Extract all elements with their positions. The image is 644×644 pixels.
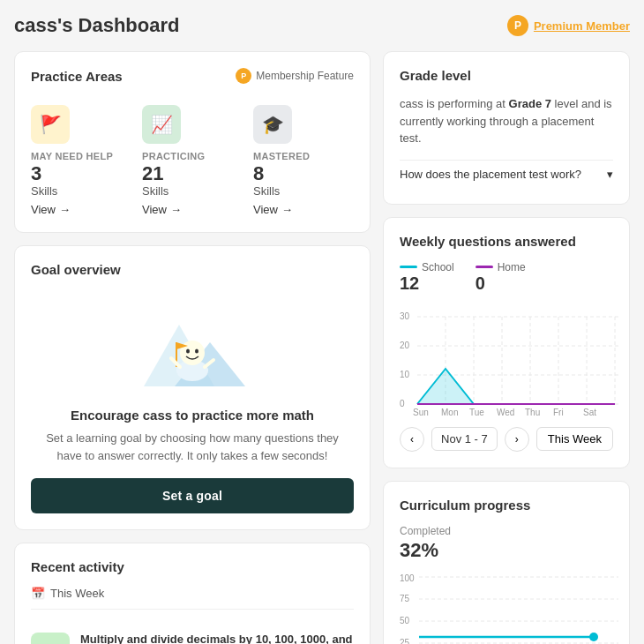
recent-activity-card: Recent activity 📅 This Week 100% Multipl… (14, 543, 371, 644)
practice-grid: 🚩 MAY NEED HELP 3 Skills View → 📈 PRACTI… (31, 105, 354, 216)
weekly-next-button[interactable]: › (505, 427, 529, 452)
premium-icon: P (507, 15, 528, 36)
activity-item-1: 100% Multiply and divide decimals by 10,… (31, 622, 354, 644)
mastered-unit: Skills (253, 184, 354, 198)
svg-text:100: 100 (400, 573, 415, 583)
practice-item-mastered: 🎓 MASTERED 8 Skills View → (253, 105, 354, 216)
svg-text:30: 30 (400, 311, 410, 321)
practicing-view-link[interactable]: View → (142, 203, 243, 216)
svg-marker-25 (417, 369, 615, 404)
weekly-chart-svg: 0 10 20 30 (400, 303, 618, 417)
practicing-icon-box: 📈 (142, 105, 181, 144)
mastered-count: 8 (253, 163, 354, 184)
grade-description: cass is performing at Grade 7 level and … (400, 95, 613, 147)
home-count: 0 (476, 273, 526, 294)
completed-pct: 32% (400, 539, 613, 562)
svg-point-4 (186, 349, 190, 354)
left-column: Practice Areas P Membership Feature 🚩 MA… (14, 51, 371, 644)
page-title: cass's Dashboard (14, 14, 179, 37)
activity-1-title: Multiply and divide decimals by 10, 100,… (80, 633, 354, 644)
character-svg (131, 298, 254, 395)
weekly-date-range: Nov 1 - 7 (431, 427, 498, 451)
help-icon-box: 🚩 (31, 105, 70, 144)
svg-text:50: 50 (400, 616, 410, 625)
placement-accordion[interactable]: How does the placement test work? ▾ (400, 160, 613, 188)
school-legend: School (400, 261, 454, 273)
weekly-questions-title: Weekly questions answered (400, 234, 613, 249)
premium-member-link[interactable]: P Premium Member (507, 15, 630, 36)
weekly-prev-button[interactable]: ‹ (400, 427, 424, 452)
recent-activity-title: Recent activity (31, 559, 354, 574)
curriculum-progress-title: Curriculum progress (400, 498, 613, 513)
curriculum-chart: 0 25 50 75 100 Oct (400, 573, 613, 645)
svg-text:Tue: Tue (469, 408, 484, 417)
svg-point-5 (195, 349, 198, 354)
goal-content: Encourage cass to practice more math Set… (31, 289, 354, 513)
goal-illustration (131, 298, 254, 395)
help-unit: Skills (31, 184, 131, 198)
svg-text:Sun: Sun (413, 408, 429, 417)
membership-tag-label: Membership Feature (256, 70, 354, 82)
graduation-icon: 🎓 (262, 114, 284, 135)
activity-1-badge: 100% (31, 633, 70, 644)
accordion-label: How does the placement test work? (400, 168, 581, 181)
mastered-label: MASTERED (253, 151, 354, 161)
svg-text:Mon: Mon (441, 408, 458, 417)
main-layout: Practice Areas P Membership Feature 🚩 MA… (14, 51, 630, 644)
practicing-count: 21 (142, 163, 243, 184)
goal-heading: Encourage cass to practice more math (71, 408, 314, 423)
practice-areas-title: Practice Areas (31, 69, 123, 84)
activity-1-details: Multiply and divide decimals by 10, 100,… (80, 633, 354, 644)
school-legend-dot (400, 266, 417, 268)
practicing-unit: Skills (142, 184, 243, 198)
practice-areas-card: Practice Areas P Membership Feature 🚩 MA… (14, 51, 371, 233)
svg-text:Fri: Fri (553, 408, 564, 417)
flag-icon: 🚩 (40, 114, 62, 135)
svg-text:25: 25 (400, 638, 410, 645)
membership-tag: P Membership Feature (236, 68, 354, 84)
practice-item-practicing: 📈 PRACTICING 21 Skills View → (142, 105, 243, 216)
curriculum-chart-svg: 0 25 50 75 100 Oct (400, 573, 618, 645)
goal-overview-card: Goal overview (14, 245, 371, 530)
page-header: cass's Dashboard P Premium Member (14, 14, 630, 37)
svg-text:Wed: Wed (497, 408, 514, 417)
premium-label: Premium Member (534, 19, 630, 33)
chart-icon: 📈 (151, 114, 173, 135)
home-legend-dot (476, 266, 493, 268)
help-view-link[interactable]: View → (31, 203, 131, 216)
right-column: Grade level cass is performing at Grade … (383, 51, 630, 644)
grade-level-title: Grade level (400, 68, 613, 83)
chevron-down-icon: ▾ (607, 168, 613, 181)
curriculum-progress-card: Curriculum progress Completed 32% 0 25 5… (383, 481, 630, 645)
svg-text:75: 75 (400, 594, 410, 603)
grade-level-card: Grade level cass is performing at Grade … (383, 51, 630, 205)
completed-label: Completed (400, 525, 613, 537)
weekly-school: School 12 (400, 261, 454, 294)
weekly-chart-container: 0 10 20 30 (400, 303, 613, 420)
svg-text:0: 0 (400, 399, 405, 408)
weekly-header: School 12 Home 0 (400, 261, 613, 294)
mastered-view-link[interactable]: View → (253, 203, 354, 216)
practicing-label: PRACTICING (142, 151, 243, 161)
weekly-home: Home 0 (476, 261, 526, 294)
home-legend: Home (476, 261, 526, 273)
svg-text:10: 10 (400, 370, 410, 379)
membership-tag-icon: P (236, 68, 251, 84)
weekly-chart-nav: ‹ Nov 1 - 7 › This Week (400, 427, 613, 452)
practice-item-help: 🚩 MAY NEED HELP 3 Skills View → (31, 105, 131, 216)
svg-point-44 (589, 633, 598, 641)
calendar-icon: 📅 (31, 587, 45, 600)
week-label: 📅 This Week (31, 587, 354, 610)
goal-description: Set a learning goal by choosing how many… (34, 430, 351, 464)
svg-text:20: 20 (400, 341, 410, 350)
svg-text:Sat: Sat (583, 408, 596, 417)
goal-overview-title: Goal overview (31, 262, 354, 277)
svg-point-3 (180, 341, 205, 365)
school-count: 12 (400, 273, 454, 294)
weekly-questions-card: Weekly questions answered School 12 Home… (383, 217, 630, 468)
help-count: 3 (31, 163, 131, 184)
svg-text:Thu: Thu (525, 408, 540, 417)
mastered-icon-box: 🎓 (253, 105, 292, 144)
this-week-button[interactable]: This Week (536, 427, 613, 451)
set-goal-button[interactable]: Set a goal (31, 478, 354, 513)
